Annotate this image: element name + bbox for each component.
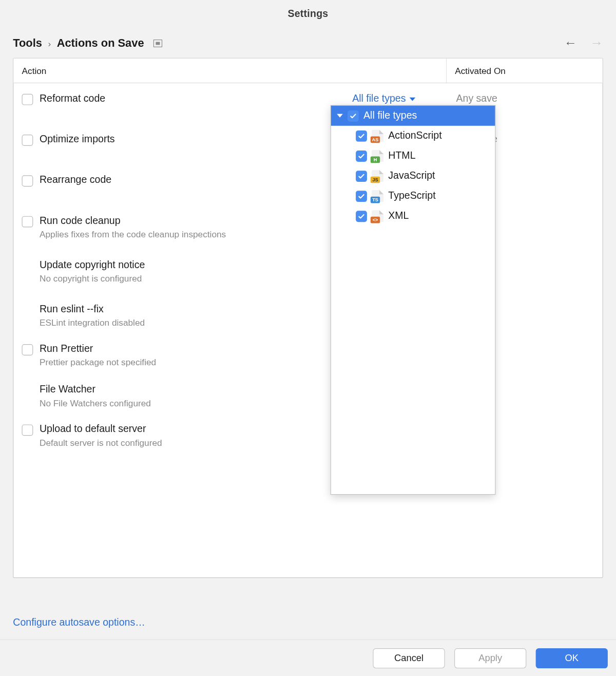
label-eslint-fix: Run eslint --fix xyxy=(40,304,352,315)
file-icon-typescript: TS xyxy=(372,190,383,202)
dialog-footer: Cancel Apply OK xyxy=(0,640,616,676)
label-javascript: JavaScript xyxy=(388,170,435,182)
file-type-actionscript[interactable]: AS ActionScript xyxy=(331,126,495,146)
label-reformat-code: Reformat code xyxy=(40,92,352,104)
table-body: Reformat code All file types Any save Op… xyxy=(13,83,602,447)
file-icon-javascript: JS xyxy=(372,170,383,182)
nav-arrows: ← → xyxy=(564,36,603,49)
row-update-copyright: Update copyright notice No copyright is … xyxy=(13,252,602,284)
configure-autosave-link[interactable]: Configure autosave options… xyxy=(13,617,145,629)
breadcrumb-separator: › xyxy=(48,38,51,48)
settings-window: Settings Tools › Actions on Save ← → Act… xyxy=(0,0,616,676)
label-actionscript: ActionScript xyxy=(388,130,441,142)
nav-forward-icon: → xyxy=(590,36,603,49)
row-optimize-imports: Optimize imports All file types Any save xyxy=(13,126,602,146)
actions-table: Action Activated On Reformat code All fi… xyxy=(13,58,603,578)
row-reformat-code: Reformat code All file types Any save xyxy=(13,83,602,105)
sub-run-prettier: Prettier package not specified xyxy=(40,357,352,367)
cancel-button[interactable]: Cancel xyxy=(373,648,445,668)
table-header: Action Activated On xyxy=(13,59,602,83)
activated-reformat: Any save xyxy=(447,92,594,104)
column-header-action: Action xyxy=(13,59,447,83)
file-type-html[interactable]: H HTML xyxy=(331,146,495,166)
label-xml: XML xyxy=(388,210,409,222)
window-title: Settings xyxy=(0,0,616,31)
checkbox-html[interactable] xyxy=(356,151,367,162)
file-type-typescript[interactable]: TS TypeScript xyxy=(331,186,495,206)
row-upload-default-server: Upload to default server Default server … xyxy=(13,416,602,447)
file-types-all-row[interactable]: All file types xyxy=(331,106,495,126)
checkbox-typescript[interactable] xyxy=(356,191,367,202)
ok-button[interactable]: OK xyxy=(536,648,608,668)
label-run-prettier: Run Prettier xyxy=(40,343,352,355)
row-file-watcher: File Watcher No File Watchers configured xyxy=(13,377,602,408)
label-rearrange-code: Rearrange code xyxy=(40,174,352,186)
sub-code-cleanup: Applies fixes from the code cleanup insp… xyxy=(40,229,352,239)
checkbox-rearrange-code[interactable] xyxy=(22,175,33,186)
checkbox-code-cleanup[interactable] xyxy=(22,216,33,228)
expand-icon[interactable] xyxy=(153,39,162,47)
label-upload-default-server: Upload to default server xyxy=(40,423,352,435)
file-icon-html: H xyxy=(372,150,383,162)
chevron-down-icon xyxy=(337,114,342,118)
chevron-down-icon xyxy=(409,98,415,101)
checkbox-actionscript[interactable] xyxy=(356,130,367,141)
sub-eslint-fix: ESLint integration disabled xyxy=(40,317,352,328)
label-file-watcher: File Watcher xyxy=(40,384,352,396)
label-update-copyright: Update copyright notice xyxy=(40,259,352,271)
checkbox-upload-default-server[interactable] xyxy=(22,424,33,436)
file-types-dropdown-reformat[interactable]: All file types xyxy=(352,92,415,104)
label-html: HTML xyxy=(388,150,415,162)
breadcrumb: Tools › Actions on Save xyxy=(13,36,162,49)
file-types-popup[interactable]: All file types AS ActionScript H HTML JS… xyxy=(331,105,496,495)
label-optimize-imports: Optimize imports xyxy=(40,134,352,145)
breadcrumb-current: Actions on Save xyxy=(57,36,144,49)
label-all-file-types: All file types xyxy=(363,110,417,122)
row-rearrange-code: Rearrange code xyxy=(13,167,602,186)
checkbox-reformat-code[interactable] xyxy=(22,94,33,105)
file-type-javascript[interactable]: JS JavaScript xyxy=(331,166,495,186)
file-types-label: All file types xyxy=(352,92,406,104)
file-type-xml[interactable]: <> XML xyxy=(331,206,495,226)
nav-back-icon[interactable]: ← xyxy=(564,36,577,49)
sub-file-watcher: No File Watchers configured xyxy=(40,398,352,408)
row-run-prettier: Run Prettier Prettier package not specif… xyxy=(13,336,602,367)
label-code-cleanup: Run code cleanup xyxy=(40,215,352,227)
checkbox-run-prettier[interactable] xyxy=(22,344,33,355)
row-code-cleanup: Run code cleanup Applies fixes from the … xyxy=(13,208,602,239)
sub-upload-default-server: Default server is not configured xyxy=(40,438,352,448)
file-icon-actionscript: AS xyxy=(372,130,383,142)
breadcrumb-parent[interactable]: Tools xyxy=(13,36,42,49)
column-header-activated: Activated On xyxy=(447,59,602,83)
checkbox-optimize-imports[interactable] xyxy=(22,135,33,146)
apply-button[interactable]: Apply xyxy=(454,648,526,668)
label-typescript: TypeScript xyxy=(388,190,435,202)
breadcrumb-bar: Tools › Actions on Save ← → xyxy=(0,31,616,58)
sub-update-copyright: No copyright is configured xyxy=(40,273,352,284)
checkbox-all-file-types[interactable] xyxy=(348,110,359,121)
checkbox-xml[interactable] xyxy=(356,211,367,222)
row-eslint-fix: Run eslint --fix ESLint integration disa… xyxy=(13,296,602,328)
checkbox-javascript[interactable] xyxy=(356,171,367,182)
file-icon-xml: <> xyxy=(372,210,383,222)
